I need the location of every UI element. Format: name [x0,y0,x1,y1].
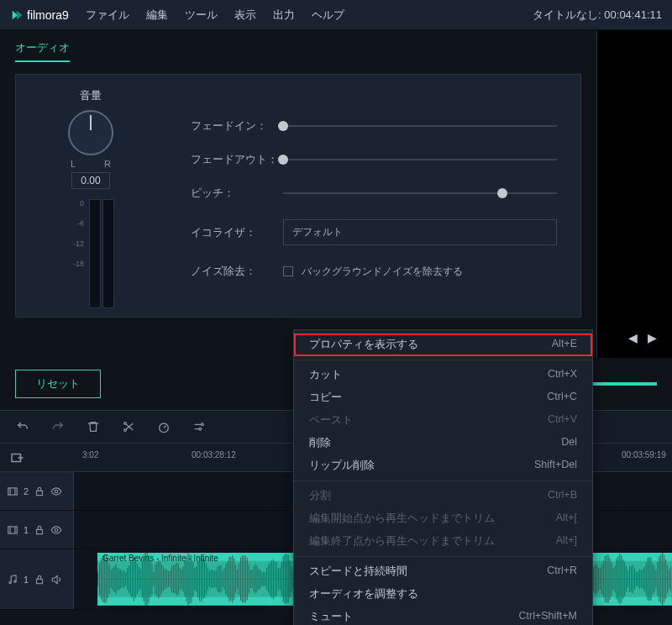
svg-rect-347 [639,569,640,589]
svg-rect-360 [660,554,661,603]
svg-rect-24 [109,565,110,594]
fadeout-slider[interactable] [283,159,557,160]
svg-rect-135 [291,566,292,591]
context-menu-label: 編集開始点から再生ヘッドまでトリム [309,512,495,526]
svg-rect-56 [161,565,162,593]
svg-rect-65 [176,563,177,595]
svg-rect-337 [622,559,623,599]
svg-rect-36 [129,565,129,593]
context-menu: プロパティを表示するAlt+EカットCtrl+XコピーCtrl+CペーストCtr… [293,329,593,625]
eye-icon[interactable] [50,486,62,497]
add-marker-icon[interactable] [0,450,34,465]
svg-point-13 [14,580,16,582]
time-label: 00:03:59:19 [622,450,666,460]
project-title-time: タイトルなし: 00:04:41:11 [533,8,662,23]
svg-rect-127 [278,568,279,590]
pitch-label: ピッチ： [191,186,283,201]
svg-rect-328 [608,555,609,603]
svg-rect-100 [234,559,234,600]
svg-rect-109 [249,565,249,594]
context-menu-shortcut: Ctrl+B [548,489,577,503]
noise-checkbox[interactable] [283,266,293,276]
svg-rect-45 [144,556,144,601]
meter-bar-r [102,199,114,308]
lock-icon[interactable] [34,574,45,586]
svg-point-1 [124,429,127,432]
svg-rect-107 [245,556,246,602]
context-menu-item[interactable]: オーディオを調整する [294,583,592,606]
track-head[interactable]: 1 [0,549,74,609]
meter-bar-l [89,199,101,308]
svg-rect-358 [657,562,658,596]
context-menu-item[interactable]: ミュートCtrl+Shift+M [294,606,592,625]
svg-rect-28 [115,565,116,594]
svg-rect-80 [201,556,202,602]
svg-rect-39 [134,557,134,601]
svg-rect-339 [626,566,627,591]
menu-output[interactable]: 出力 [273,8,295,23]
svg-rect-132 [286,554,287,603]
speed-icon[interactable] [156,419,171,434]
volume-value[interactable]: 0.00 [71,172,109,189]
menu-view[interactable]: 表示 [234,8,256,23]
menu-edit[interactable]: 編集 [146,8,168,23]
svg-rect-62 [171,566,172,592]
lock-icon[interactable] [34,524,45,536]
svg-rect-363 [665,559,666,599]
menu-file[interactable]: ファイル [86,8,129,23]
eye-icon[interactable] [50,524,62,536]
audio-properties-box: 音量 L R 0.00 0 -6 -12 -18 [15,74,581,318]
svg-rect-131 [285,554,286,604]
context-menu-item[interactable]: リップル削除Shift+Del [294,454,592,477]
menu-help[interactable]: ヘルプ [312,8,344,23]
svg-rect-29 [117,568,118,591]
context-menu-item[interactable]: 削除Del [294,432,592,454]
context-menu-item[interactable]: カットCtrl+X [294,364,592,386]
svg-rect-320 [595,565,596,593]
svg-rect-34 [125,572,126,586]
fadein-thumb[interactable] [278,121,288,131]
context-menu-item[interactable]: プロパティを表示するAlt+E [294,334,592,356]
svg-rect-119 [265,572,265,586]
delete-icon[interactable] [86,419,101,434]
svg-rect-94 [223,569,224,590]
undo-icon[interactable] [15,419,30,434]
settings-icon[interactable] [192,419,207,434]
pitch-thumb[interactable] [497,188,507,198]
lock-icon[interactable] [34,486,45,497]
prev-frame-icon[interactable]: ◀ [628,331,638,344]
menu-tools[interactable]: ツール [185,8,218,23]
svg-rect-120 [266,568,267,591]
svg-rect-86 [211,570,212,588]
svg-rect-115 [258,569,259,590]
svg-rect-84 [207,567,208,591]
split-icon[interactable] [121,419,136,434]
svg-rect-27 [114,566,115,592]
svg-rect-330 [612,562,612,596]
reset-button[interactable]: リセット [15,370,101,398]
svg-rect-344 [634,568,635,590]
track-head[interactable]: 2 [0,472,74,510]
redo-icon[interactable] [50,419,66,434]
svg-rect-110 [250,570,251,588]
svg-rect-38 [132,560,133,598]
tab-audio[interactable]: オーディオ [15,40,70,62]
svg-rect-83 [206,564,207,595]
volume-knob[interactable] [68,110,113,155]
pitch-slider[interactable] [283,192,557,194]
track-head[interactable]: 1 [0,511,74,549]
svg-rect-350 [644,567,645,591]
svg-rect-325 [603,561,604,597]
next-frame-icon[interactable]: ▶ [648,331,657,344]
context-menu-item[interactable]: コピーCtrl+C [294,386,592,409]
equalizer-select[interactable]: デフォルト [283,219,557,245]
context-menu-shortcut: Ctrl+C [547,391,577,405]
svg-rect-357 [655,570,656,588]
fadeout-thumb[interactable] [278,155,288,165]
fadein-slider[interactable] [283,125,557,127]
menubar: filmora9 ファイル 編集 ツール 表示 出力 ヘルプ タイトルなし: 0… [0,0,672,30]
svg-rect-116 [260,570,260,588]
context-menu-item[interactable]: スピードと持続時間Ctrl+R [294,560,592,583]
speaker-icon[interactable] [50,574,62,586]
svg-rect-346 [638,571,638,586]
